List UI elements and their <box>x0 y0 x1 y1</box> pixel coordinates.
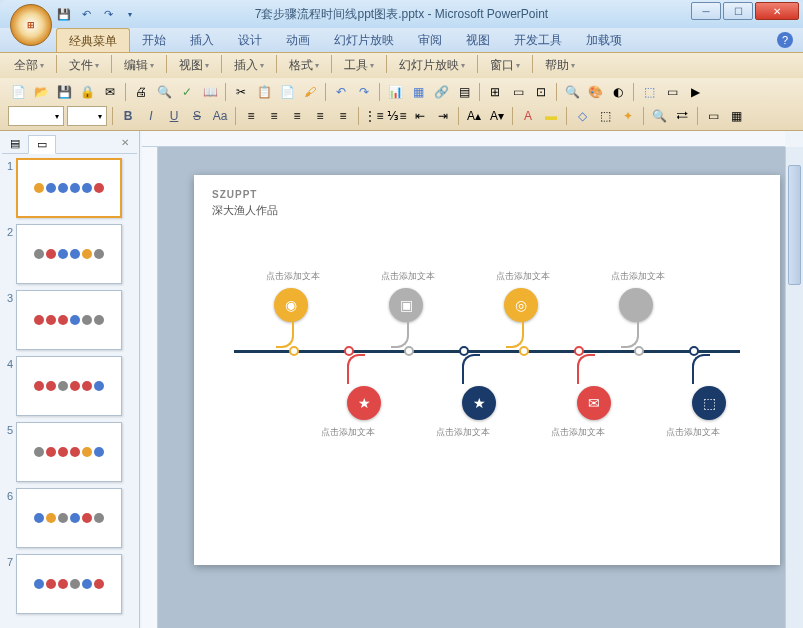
ribbon-tab-9[interactable]: 加载项 <box>574 28 634 52</box>
undo-icon[interactable]: ↶ <box>78 6 94 22</box>
menu-5[interactable]: 格式▾ <box>283 55 325 76</box>
copy-icon[interactable]: 📋 <box>254 82 274 102</box>
shape-icon[interactable]: ◇ <box>572 106 592 126</box>
menu-0[interactable]: 全部▾ <box>8 55 50 76</box>
ribbon-tab-3[interactable]: 设计 <box>226 28 274 52</box>
color-icon[interactable]: 🎨 <box>585 82 605 102</box>
align-left-icon[interactable]: ≡ <box>241 106 261 126</box>
justify-icon[interactable]: ≡ <box>310 106 330 126</box>
bold-icon[interactable]: B <box>118 106 138 126</box>
save-icon[interactable]: 💾 <box>54 82 74 102</box>
timeline-label-2[interactable]: 点击添加文本 <box>496 270 550 283</box>
menu-3[interactable]: 视图▾ <box>173 55 215 76</box>
menu-2[interactable]: 编辑▾ <box>118 55 160 76</box>
layout-icon[interactable]: ▦ <box>726 106 746 126</box>
grayscale-icon[interactable]: ◐ <box>608 82 628 102</box>
indent-dec-icon[interactable]: ⇤ <box>410 106 430 126</box>
highlight-icon[interactable]: ▬ <box>541 106 561 126</box>
ribbon-tab-8[interactable]: 开发工具 <box>502 28 574 52</box>
macros-icon[interactable]: ▶ <box>685 82 705 102</box>
strikethrough-icon[interactable]: S <box>187 106 207 126</box>
mail-icon[interactable]: ✉ <box>100 82 120 102</box>
timeline-label-7[interactable]: 点击添加文本 <box>666 426 720 439</box>
cut-icon[interactable]: ✂ <box>231 82 251 102</box>
preview-icon[interactable]: 🔍 <box>154 82 174 102</box>
menu-7[interactable]: 幻灯片放映▾ <box>393 55 471 76</box>
slide-thumbnail-2[interactable] <box>16 224 122 284</box>
timeline-label-3[interactable]: 点击添加文本 <box>611 270 665 283</box>
slide-thumb-row-4[interactable]: 4 <box>2 356 137 416</box>
slide-thumb-row-7[interactable]: 7 <box>2 554 137 614</box>
ribbon-tab-7[interactable]: 视图 <box>454 28 502 52</box>
slide-thumbnail-6[interactable] <box>16 488 122 548</box>
research-icon[interactable]: 📖 <box>200 82 220 102</box>
permission-icon[interactable]: 🔒 <box>77 82 97 102</box>
timeline-label-1[interactable]: 点击添加文本 <box>381 270 435 283</box>
timeline-label-0[interactable]: 点击添加文本 <box>266 270 320 283</box>
save-icon[interactable]: 💾 <box>56 6 72 22</box>
scrollbar-thumb[interactable] <box>788 165 801 285</box>
font-size-dec-icon[interactable]: A▾ <box>487 106 507 126</box>
distribute-icon[interactable]: ≡ <box>333 106 353 126</box>
replace-icon[interactable]: ⮂ <box>672 106 692 126</box>
slide-thumb-row-2[interactable]: 2 <box>2 224 137 284</box>
menu-1[interactable]: 文件▾ <box>63 55 105 76</box>
slide-thumb-row-5[interactable]: 5 <box>2 422 137 482</box>
slide-thumbnail-4[interactable] <box>16 356 122 416</box>
gridlines-icon[interactable]: ⊡ <box>531 82 551 102</box>
font-dropdown[interactable]: ▾ <box>8 106 64 126</box>
window-icon[interactable]: ▭ <box>662 82 682 102</box>
undo-icon[interactable]: ↶ <box>331 82 351 102</box>
slide-thumbnail-5[interactable] <box>16 422 122 482</box>
timeline-label-5[interactable]: 点击添加文本 <box>436 426 490 439</box>
qat-dropdown-icon[interactable]: ▾ <box>122 6 138 22</box>
arrange-icon[interactable]: ⬚ <box>639 82 659 102</box>
slide-thumbnail-7[interactable] <box>16 554 122 614</box>
outline-tab[interactable]: ▤ <box>2 135 28 153</box>
arrange-icon[interactable]: ⬚ <box>595 106 615 126</box>
ribbon-tab-0[interactable]: 经典菜单 <box>56 28 130 52</box>
slide-editor[interactable]: SZUPPT 深大渔人作品 ◉点击添加文本▣点击添加文本◎点击添加文本点击添加文… <box>158 147 803 628</box>
quick-styles-icon[interactable]: ✦ <box>618 106 638 126</box>
paste-icon[interactable]: 📄 <box>277 82 297 102</box>
format-painter-icon[interactable]: 🖌 <box>300 82 320 102</box>
slide-thumbnail-1[interactable] <box>16 158 122 218</box>
underline-icon[interactable]: U <box>164 106 184 126</box>
redo-icon[interactable]: ↷ <box>100 6 116 22</box>
slide-canvas[interactable]: SZUPPT 深大渔人作品 ◉点击添加文本▣点击添加文本◎点击添加文本点击添加文… <box>194 175 780 565</box>
tables-icon[interactable]: ⊞ <box>485 82 505 102</box>
hyperlink-icon[interactable]: 🔗 <box>431 82 451 102</box>
timeline-label-6[interactable]: 点击添加文本 <box>551 426 605 439</box>
close-button[interactable]: ✕ <box>755 2 799 20</box>
close-panel-icon[interactable]: ✕ <box>113 135 137 153</box>
change-case-icon[interactable]: Aa <box>210 106 230 126</box>
slide-thumb-row-6[interactable]: 6 <box>2 488 137 548</box>
indent-inc-icon[interactable]: ⇥ <box>433 106 453 126</box>
align-right-icon[interactable]: ≡ <box>287 106 307 126</box>
slides-tab[interactable]: ▭ <box>28 135 56 154</box>
slide-thumb-row-1[interactable]: 1 <box>2 158 137 218</box>
italic-icon[interactable]: I <box>141 106 161 126</box>
numbering-icon[interactable]: ⅓≡ <box>387 106 407 126</box>
bullets-icon[interactable]: ⋮≡ <box>364 106 384 126</box>
minimize-button[interactable]: ─ <box>691 2 721 20</box>
maximize-button[interactable]: ☐ <box>723 2 753 20</box>
help-icon[interactable]: ? <box>777 32 793 48</box>
ribbon-tab-6[interactable]: 审阅 <box>406 28 454 52</box>
slide-thumb-row-3[interactable]: 3 <box>2 290 137 350</box>
ribbon-tab-4[interactable]: 动画 <box>274 28 322 52</box>
print-icon[interactable]: 🖨 <box>131 82 151 102</box>
find-icon[interactable]: 🔍 <box>649 106 669 126</box>
menu-9[interactable]: 帮助▾ <box>539 55 581 76</box>
new-icon[interactable]: 📄 <box>8 82 28 102</box>
timeline-label-4[interactable]: 点击添加文本 <box>321 426 375 439</box>
zoom-icon[interactable]: 🔍 <box>562 82 582 102</box>
chart-icon[interactable]: 📊 <box>385 82 405 102</box>
spelling-icon[interactable]: ✓ <box>177 82 197 102</box>
ribbon-tab-1[interactable]: 开始 <box>130 28 178 52</box>
redo-icon[interactable]: ↷ <box>354 82 374 102</box>
show-icon[interactable]: ▭ <box>508 82 528 102</box>
slide-thumbnail-3[interactable] <box>16 290 122 350</box>
menu-6[interactable]: 工具▾ <box>338 55 380 76</box>
ribbon-tab-5[interactable]: 幻灯片放映 <box>322 28 406 52</box>
